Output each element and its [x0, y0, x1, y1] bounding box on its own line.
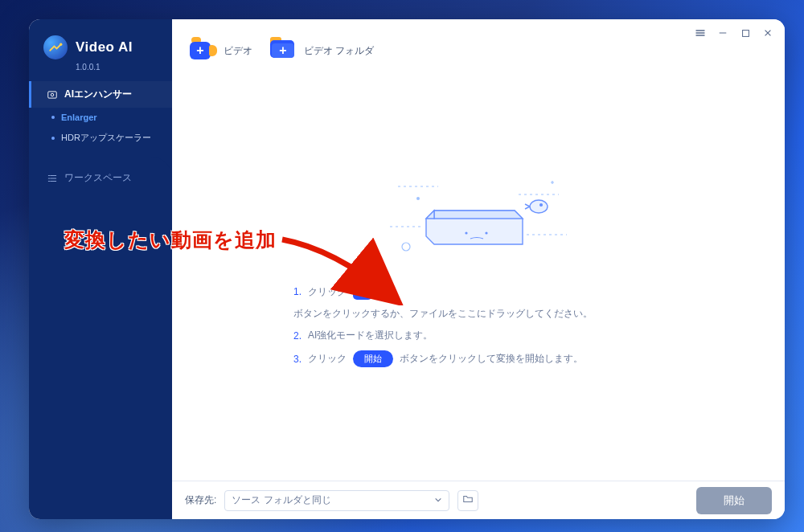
svg-point-10 [530, 200, 548, 213]
close-button[interactable] [762, 27, 773, 39]
sidebar-lower: ワークスペース [29, 157, 172, 194]
step-number: 1. [293, 286, 302, 297]
app-version: 1.0.0.1 [29, 63, 172, 72]
drop-area[interactable]: 1. クリック + ボタンをクリックするか、ファイルをここにドラッグしてください… [185, 76, 772, 474]
app-logo-icon [43, 35, 68, 59]
svg-point-12 [416, 197, 420, 200]
enhancer-icon [47, 89, 58, 100]
list-icon [47, 173, 58, 184]
brand: Video AI [29, 19, 172, 64]
step-number: 2. [293, 330, 302, 342]
menu-icon[interactable] [695, 27, 706, 39]
step-text: AI強化モードを選択します。 [308, 329, 433, 342]
sidebar-section-ai-enhancer[interactable]: AIエンハンサー [29, 81, 172, 108]
sidebar-workspace-label: ワークスペース [64, 171, 132, 185]
instruction-step-1: 1. クリック + ボタンをクリックするか、ファイルをここにドラッグしてください… [293, 283, 663, 321]
sidebar-item-label: Enlarger [61, 113, 97, 122]
toolbar: + ビデオ + ビデオ フォルダ [172, 19, 785, 69]
svg-point-13 [402, 243, 410, 251]
sidebar-item-enlarger[interactable]: Enlarger [40, 108, 172, 127]
add-video-label: ビデオ [224, 44, 252, 58]
empty-box-illustration-icon [390, 170, 567, 259]
window-controls [695, 27, 773, 39]
inline-start-pill: 開始 [353, 350, 393, 367]
inline-add-video-button[interactable]: + [353, 283, 379, 301]
svg-point-2 [51, 93, 54, 96]
sidebar: Video AI 1.0.0.1 AIエンハンサー Enlarger HDRアッ… [29, 19, 172, 519]
main: + ビデオ + ビデオ フォルダ [172, 19, 785, 519]
svg-point-9 [485, 231, 487, 234]
save-to-label: 保存先: [185, 493, 216, 507]
step-text: ボタンをクリックして変換を開始します。 [400, 352, 583, 366]
svg-point-11 [540, 204, 543, 207]
sidebar-item-label: HDRアップスケーラー [61, 132, 151, 144]
browse-folder-button[interactable] [457, 490, 478, 511]
start-button[interactable]: 開始 [696, 487, 772, 514]
app-title: Video AI [76, 39, 133, 55]
sidebar-item-hdr-upscaler[interactable]: HDRアップスケーラー [40, 127, 172, 149]
app-window: Video AI 1.0.0.1 AIエンハンサー Enlarger HDRアッ… [29, 19, 785, 519]
instruction-step-2: 2. AI強化モードを選択します。 [293, 329, 663, 342]
add-video-folder-label: ビデオ フォルダ [304, 44, 374, 58]
svg-rect-3 [742, 30, 749, 36]
save-destination-select[interactable]: ソース フォルダと同じ [224, 490, 449, 511]
footer: 保存先: ソース フォルダと同じ 開始 [172, 481, 785, 519]
sidebar-ai-subitems: Enlarger HDRアップスケーラー [29, 108, 172, 149]
svg-rect-1 [48, 91, 57, 97]
sidebar-section-ai-label: AIエンハンサー [64, 88, 132, 101]
add-video-button[interactable]: + ビデオ [190, 40, 252, 61]
step-text: クリック [308, 285, 347, 299]
folder-plus-icon: + [270, 40, 297, 61]
instruction-step-3: 3. クリック 開始 ボタンをクリックして変換を開始します。 [293, 350, 663, 367]
svg-point-8 [465, 231, 467, 234]
sidebar-section-workspace[interactable]: ワークスペース [29, 160, 172, 194]
step-text: ボタンをクリックするか、ファイルをここにドラッグしてください。 [293, 307, 593, 321]
instructions: 1. クリック + ボタンをクリックするか、ファイルをここにドラッグしてください… [293, 275, 663, 375]
chevron-down-icon [434, 495, 442, 506]
step-text: クリック [308, 352, 347, 366]
minimize-button[interactable] [717, 27, 728, 39]
svg-point-0 [59, 43, 62, 46]
step-number: 3. [293, 354, 302, 365]
folder-icon [462, 493, 474, 507]
video-camera-plus-icon: + [190, 40, 217, 61]
save-destination-value: ソース フォルダと同じ [232, 493, 330, 507]
maximize-button[interactable] [740, 27, 751, 39]
start-button-label: 開始 [724, 494, 745, 506]
add-video-folder-button[interactable]: + ビデオ フォルダ [270, 40, 374, 61]
